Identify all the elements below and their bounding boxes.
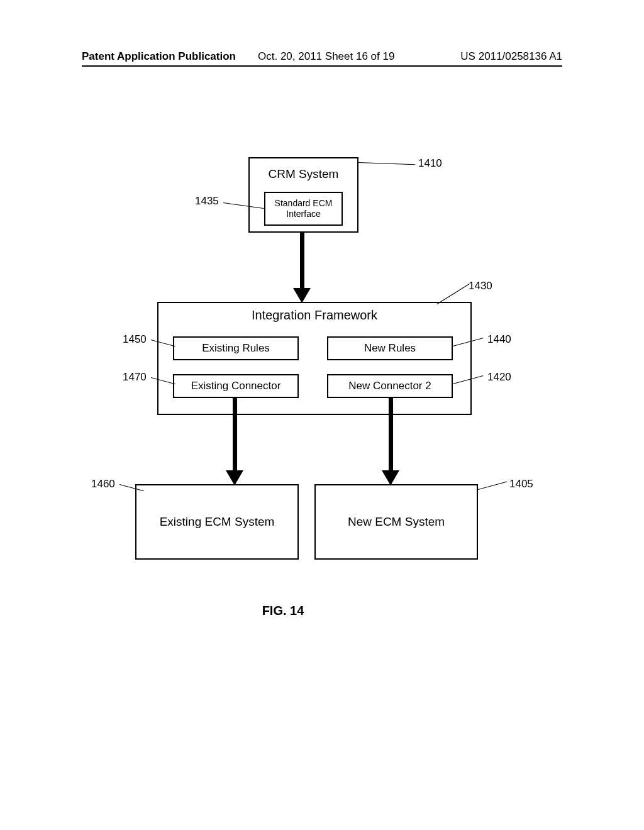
standard-ecm-interface-box: Standard ECM Interface: [264, 192, 343, 226]
figure-label: FIG. 14: [0, 604, 566, 618]
arrow-crm-to-if: [300, 233, 304, 289]
ref-1405: 1405: [509, 478, 533, 490]
arrow-nc-to-necm-head: [382, 470, 399, 485]
existing-ecm-label: Existing ECM System: [160, 515, 275, 529]
existing-ecm-system-box: Existing ECM System: [135, 484, 299, 560]
new-ecm-label: New ECM System: [348, 515, 445, 529]
page: Patent Application Publication Oct. 20, …: [0, 0, 644, 830]
header-rule: [82, 65, 562, 67]
arrow-ec-to-eecm: [233, 398, 237, 472]
leader-1410: [358, 162, 415, 165]
diagram-fig14: CRM System Standard ECM Interface Integr…: [0, 157, 644, 660]
page-header: Patent Application Publication Oct. 20, …: [82, 50, 562, 63]
ref-1440: 1440: [487, 333, 511, 346]
new-ecm-system-box: New ECM System: [314, 484, 478, 560]
ref-1410: 1410: [418, 157, 442, 170]
ref-1430: 1430: [469, 280, 492, 292]
integration-framework-title: Integration Framework: [158, 308, 470, 323]
new-rules-box: New Rules: [327, 336, 453, 360]
ref-1470: 1470: [123, 371, 147, 384]
ecm-iface-line1: Standard ECM: [265, 198, 341, 209]
header-publication: Patent Application Publication: [82, 50, 236, 62]
new-connector-box: New Connector 2: [327, 374, 453, 398]
ecm-iface-line2: Interface: [265, 209, 341, 219]
header-docnumber: US 2011/0258136 A1: [460, 50, 562, 63]
arrow-nc-to-necm: [389, 398, 393, 472]
existing-rules-box: Existing Rules: [173, 336, 299, 360]
arrow-ec-to-eecm-head: [226, 470, 243, 485]
arrow-crm-to-if-head: [293, 288, 311, 303]
header-date-sheet: Oct. 20, 2011 Sheet 16 of 19: [258, 50, 394, 63]
leader-1405: [478, 482, 508, 490]
ref-1450: 1450: [123, 333, 147, 346]
crm-system-title: CRM System: [250, 167, 357, 181]
ref-1460: 1460: [91, 478, 115, 490]
ref-1420: 1420: [487, 371, 511, 384]
ref-1435: 1435: [195, 195, 219, 208]
existing-connector-box: Existing Connector: [173, 374, 299, 398]
